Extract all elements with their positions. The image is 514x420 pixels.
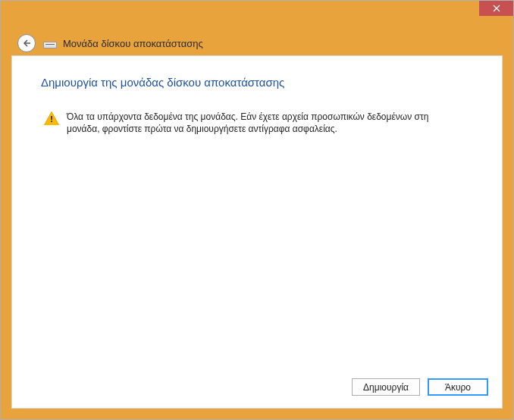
wizard-window: Μονάδα δίσκου αποκατάστασης Δημιουργία τ… (0, 0, 514, 420)
create-button[interactable]: Δημιουργία (352, 378, 420, 396)
drive-icon (43, 38, 57, 49)
content-panel: Δημιουργία της μονάδας δίσκου αποκατάστα… (11, 55, 503, 409)
window-title: Μονάδα δίσκου αποκατάστασης (63, 38, 203, 49)
cancel-button[interactable]: Άκυρο (428, 378, 488, 396)
button-row: Δημιουργία Άκυρο (352, 378, 488, 396)
warning-icon: ! (44, 111, 59, 126)
close-icon (493, 5, 500, 12)
back-button[interactable] (17, 34, 36, 52)
header-bar: Μονάδα δίσκου αποκατάστασης (17, 30, 497, 57)
close-button[interactable] (479, 1, 513, 16)
page-heading: Δημιουργία της μονάδας δίσκου αποκατάστα… (41, 76, 473, 89)
warning-text: Όλα τα υπάρχοντα δεδομένα της μονάδας. Ε… (67, 111, 462, 135)
warning-block: ! Όλα τα υπάρχοντα δεδομένα της μονάδας.… (44, 111, 462, 135)
arrow-left-icon (22, 39, 31, 48)
